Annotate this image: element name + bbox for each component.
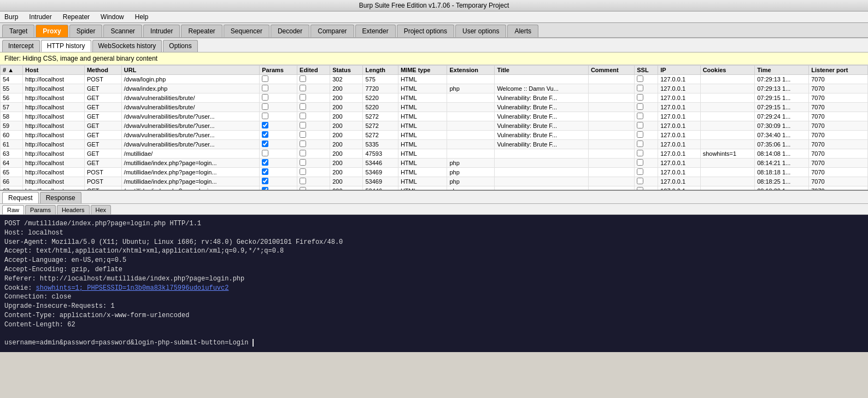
tab-repeater[interactable]: Repeater (181, 25, 222, 37)
req-resp-tab-response[interactable]: Response (40, 192, 81, 203)
title-bar: Burp Suite Free Edition v1.7.06 - Tempor… (0, 0, 868, 11)
table-row[interactable]: 54http://localhostPOST/dvwa/login.php302… (1, 75, 868, 84)
cookie-link[interactable]: showhints=1; PHPSESSID=1n3b0ma83kl75996u… (36, 284, 229, 292)
table-row[interactable]: 65http://localhostPOST/mutillidae/index.… (1, 168, 868, 177)
tab-spider[interactable]: Spider (69, 25, 103, 37)
request-body: POST /mutillidae/index.php?page=login.ph… (0, 215, 868, 352)
table-row[interactable]: 59http://localhostGET/dvwa/vulnerabiliti… (1, 121, 868, 131)
tab-target[interactable]: Target (2, 25, 34, 37)
menu-window[interactable]: Window (98, 13, 126, 21)
tab-sequencer[interactable]: Sequencer (224, 25, 269, 37)
tab-intruder[interactable]: Intruder (143, 25, 180, 37)
content-tab-raw[interactable]: Raw (2, 205, 24, 214)
menu-repeater[interactable]: Repeater (61, 13, 92, 21)
table-row[interactable]: 57http://localhostGET/dvwa/vulnerabiliti… (1, 103, 868, 112)
content-tab-headers[interactable]: Headers (57, 205, 90, 214)
table-row[interactable]: 63http://localhostGET/mutillidae/2004759… (1, 149, 868, 159)
request-line-5: Accept-Language: en-US,en;q=0.5 (4, 256, 864, 265)
col-method[interactable]: Method (84, 66, 121, 75)
col-extension[interactable]: Extension (447, 66, 495, 75)
tab-comparer[interactable]: Comparer (310, 25, 354, 37)
tab-scanner[interactable]: Scanner (103, 25, 142, 37)
col-comment[interactable]: Comment (588, 66, 634, 75)
request-line-14: username=admin&password=password&login-p… (4, 338, 864, 348)
request-line-9: Connection: close (4, 292, 864, 302)
content-tab-params[interactable]: Params (25, 205, 56, 214)
table-row[interactable]: 56http://localhostGET/dvwa/vulnerabiliti… (1, 93, 868, 103)
http-history-table: # ▲ Host Method URL Params Edited Status… (0, 65, 868, 191)
menu-bar: Burp Intruder Repeater Window Help (0, 11, 868, 23)
filter-bar[interactable]: Filter: Hiding CSS, image and general bi… (0, 52, 868, 65)
menu-help[interactable]: Help (133, 13, 151, 21)
col-params[interactable]: Params (260, 66, 297, 75)
request-line-12: Content-Length: 62 (4, 320, 864, 330)
request-line-10: Upgrade-Insecure-Requests: 1 (4, 302, 864, 311)
table-row[interactable]: 60http://localhostGET/dvwa/vulnerabiliti… (1, 131, 868, 140)
table-row[interactable]: 64http://localhostGET/mutillidae/index.p… (1, 159, 868, 168)
request-line-8: Cookie: showhints=1; PHPSESSID=1n3b0ma83… (4, 284, 864, 293)
table-row[interactable]: 66http://localhostPOST/mutillidae/index.… (1, 177, 868, 186)
col-mime[interactable]: MIME type (398, 66, 447, 75)
menu-intruder[interactable]: Intruder (27, 13, 54, 21)
content-tab-bar: Raw Params Headers Hex (0, 204, 868, 215)
col-cookies[interactable]: Cookies (700, 66, 755, 75)
filter-text: Filter: Hiding CSS, image and general bi… (4, 55, 157, 62)
tab-user-options[interactable]: User options (455, 25, 506, 37)
col-id[interactable]: # ▲ (1, 66, 23, 75)
request-line-6: Accept-Encoding: gzip, deflate (4, 265, 864, 274)
tab-extender[interactable]: Extender (355, 25, 396, 37)
col-title[interactable]: Title (495, 66, 589, 75)
sub-tab-bar: Intercept HTTP history WebSockets histor… (0, 38, 868, 52)
tab-alerts[interactable]: Alerts (507, 25, 538, 37)
http-history-table-container: # ▲ Host Method URL Params Edited Status… (0, 65, 868, 191)
table-row[interactable]: 55http://localhostGET/dvwa/index.php2007… (1, 84, 868, 93)
tab-decoder[interactable]: Decoder (271, 25, 309, 37)
col-status[interactable]: Status (330, 66, 363, 75)
col-listener-port[interactable]: Listener port (809, 66, 868, 75)
req-resp-tab-request[interactable]: Request (2, 192, 39, 203)
content-tab-hex[interactable]: Hex (91, 205, 112, 214)
request-line-11: Content-Type: application/x-www-form-url… (4, 311, 864, 320)
request-line-7: Referer: http://localhost/mutillidae/ind… (4, 274, 864, 284)
main-tab-bar: Target Proxy Spider Scanner Intruder Rep… (0, 23, 868, 38)
request-line-3: User-Agent: Mozilla/5.0 (X11; Ubuntu; Li… (4, 238, 864, 247)
sub-tab-websockets-history[interactable]: WebSockets history (92, 40, 162, 52)
col-ssl[interactable]: SSL (635, 66, 658, 75)
col-ip[interactable]: IP (658, 66, 700, 75)
request-line-1: POST /mutillidae/index.php?page=login.ph… (4, 219, 864, 229)
request-line-2: Host: localhost (4, 229, 864, 238)
col-host[interactable]: Host (23, 66, 85, 75)
tab-project-options[interactable]: Project options (397, 25, 454, 37)
sub-tab-http-history[interactable]: HTTP history (41, 40, 91, 52)
col-length[interactable]: Length (363, 66, 398, 75)
tab-proxy[interactable]: Proxy (36, 25, 68, 37)
table-row[interactable]: 67http://localhostGET/mutillidae/index.p… (1, 186, 868, 191)
sub-tab-intercept[interactable]: Intercept (2, 40, 40, 52)
col-edited[interactable]: Edited (297, 66, 330, 75)
col-url[interactable]: URL (121, 66, 259, 75)
table-row[interactable]: 61http://localhostGET/dvwa/vulnerabiliti… (1, 140, 868, 149)
sub-tab-options[interactable]: Options (163, 40, 197, 52)
request-line-13 (4, 330, 864, 339)
req-resp-tab-bar: Request Response (0, 191, 868, 204)
title-text: Burp Suite Free Edition v1.7.06 - Tempor… (359, 2, 509, 9)
table-row[interactable]: 58http://localhostGET/dvwa/vulnerabiliti… (1, 112, 868, 121)
menu-burp[interactable]: Burp (2, 13, 20, 21)
request-line-4: Accept: text/html,application/xhtml+xml,… (4, 247, 864, 256)
col-time[interactable]: Time (755, 66, 809, 75)
